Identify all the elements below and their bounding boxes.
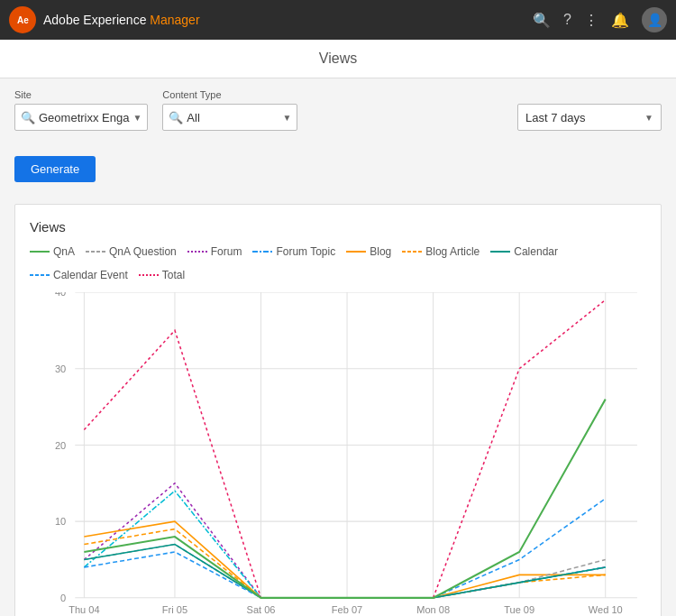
legend-label-forum-topic: Forum Topic [276, 245, 335, 258]
legend-line-qna-question [86, 248, 105, 255]
legend-line-forum [187, 248, 207, 255]
site-select[interactable]: 🔍 Geometrixx Enga ▼ [14, 104, 148, 131]
legend-line-calendar-event [30, 271, 50, 279]
svg-text:20: 20 [55, 439, 66, 450]
svg-text:0: 0 [60, 593, 66, 603]
header-icons: 🔍 ? ⋮ 🔔 👤 [533, 7, 667, 32]
content-type-filter-group: Content Type 🔍 All ▼ [162, 89, 297, 131]
legend-label-qna: QnA [53, 245, 75, 258]
legend-item-blog: Blog [346, 245, 391, 258]
date-range-value: Last 7 days [525, 111, 639, 124]
legend-label-calendar: Calendar [514, 245, 558, 258]
legend-item-calendar-event: Calendar Event [30, 269, 128, 281]
svg-text:10: 10 [55, 516, 66, 527]
date-range-chevron-icon[interactable]: ▼ [644, 113, 653, 123]
legend-label-total: Total [162, 269, 185, 281]
legend-label-blog-article: Blog Article [425, 245, 480, 258]
filter-bar: Site 🔍 Geometrixx Enga ▼ Content Type 🔍 … [0, 78, 676, 142]
legend-item-calendar: Calendar [490, 245, 558, 258]
legend-line-blog [346, 248, 366, 255]
content-type-chevron-icon[interactable]: ▼ [282, 113, 291, 123]
series-total [84, 299, 605, 597]
aem-logo-icon: Ae [14, 12, 31, 28]
legend-item-qna-question: QnA Question [86, 245, 177, 258]
series-qna-question [84, 545, 605, 598]
legend-item-forum-topic: Forum Topic [252, 245, 335, 258]
chart-panel: Views QnA QnA Question Forum Forum Topic… [14, 204, 662, 616]
svg-text:Sat 06: Sat 06 [247, 604, 276, 615]
app-title: Adobe Experience Manager [43, 13, 200, 27]
content-type-value: All [187, 111, 279, 124]
svg-text:Ae: Ae [17, 15, 29, 25]
site-filter-label: Site [14, 89, 148, 100]
svg-text:Fri 05: Fri 05 [162, 604, 187, 615]
user-avatar[interactable]: 👤 [642, 7, 667, 32]
series-blog [84, 521, 605, 598]
legend-item-blog-article: Blog Article [402, 245, 480, 258]
grid-icon[interactable]: ⋮ [584, 12, 598, 29]
legend-line-total [139, 271, 159, 279]
legend-line-forum-topic [252, 248, 272, 255]
chart-legend: QnA QnA Question Forum Forum Topic Blog … [30, 245, 646, 281]
chart-title: Views [30, 219, 646, 234]
site-filter-group: Site 🔍 Geometrixx Enga ▼ [14, 89, 148, 131]
help-icon[interactable]: ? [563, 12, 571, 28]
generate-button[interactable]: Generate [14, 156, 96, 182]
svg-text:Wed 10: Wed 10 [589, 604, 623, 615]
site-search-icon: 🔍 [21, 111, 35, 124]
search-icon[interactable]: 🔍 [533, 12, 551, 29]
series-qna [84, 400, 605, 598]
svg-text:Feb 07: Feb 07 [332, 604, 362, 615]
site-select-value: Geometrixx Enga [39, 111, 129, 124]
date-range-select[interactable]: Last 7 days ▼ [517, 104, 662, 131]
legend-item-qna: QnA [30, 245, 75, 258]
content-type-select[interactable]: 🔍 All ▼ [162, 104, 297, 131]
legend-label-calendar-event: Calendar Event [53, 269, 128, 281]
bell-icon[interactable]: 🔔 [611, 12, 629, 29]
legend-line-blog-article [402, 248, 422, 255]
svg-text:Tue 09: Tue 09 [504, 604, 534, 615]
svg-text:Thu 04: Thu 04 [69, 604, 99, 615]
chart-area: 0 10 20 30 40 Thu 04 Fri 05 Sat 06 Feb 0… [30, 292, 646, 616]
page-title: Views [319, 51, 357, 66]
header-left: Ae Adobe Experience Manager [9, 6, 200, 33]
series-calendar-event [84, 499, 605, 598]
app-title-highlight: Manager [150, 13, 199, 27]
generate-button-container: Generate [0, 142, 676, 193]
legend-item-forum: Forum [187, 245, 242, 258]
legend-label-qna-question: QnA Question [109, 245, 177, 258]
app-logo: Ae [9, 6, 36, 33]
svg-text:30: 30 [55, 363, 66, 374]
legend-line-qna [30, 248, 50, 255]
legend-label-blog: Blog [370, 245, 391, 258]
content-type-label: Content Type [162, 89, 297, 100]
chart-svg: 0 10 20 30 40 Thu 04 Fri 05 Sat 06 Feb 0… [30, 292, 646, 616]
app-header: Ae Adobe Experience Manager 🔍 ? ⋮ 🔔 👤 [0, 0, 676, 40]
legend-label-forum: Forum [211, 245, 242, 258]
content-type-search-icon: 🔍 [169, 111, 183, 124]
series-calendar [84, 545, 605, 598]
page-title-bar: Views [0, 40, 676, 78]
site-chevron-icon[interactable]: ▼ [132, 113, 142, 123]
legend-line-calendar [490, 248, 510, 255]
svg-text:40: 40 [55, 292, 66, 298]
svg-text:Mon 08: Mon 08 [416, 604, 450, 615]
legend-item-total: Total [139, 269, 185, 281]
